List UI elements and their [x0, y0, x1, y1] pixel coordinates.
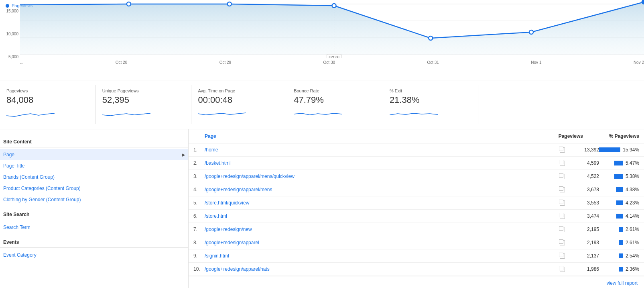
sidebar-item-search-term-label: Search Term [3, 225, 30, 230]
row-num: 3. [193, 174, 205, 179]
x-label-2: Oct 29 [219, 60, 231, 65]
metric-bounce-rate-label: Bounce Rate [294, 88, 376, 93]
svg-point-6 [228, 2, 232, 6]
row-copy-icon[interactable] [557, 200, 567, 206]
row-pageviews: 4,522 [567, 174, 599, 179]
col-pageviews-header: Pageviews [535, 133, 583, 139]
sidebar-item-page-title[interactable]: Page Title [0, 160, 188, 172]
sparkline-pageviews [6, 108, 55, 120]
row-page[interactable]: /google+redesign/apparel/mens/quickview [205, 174, 557, 179]
row-copy-icon[interactable] [557, 187, 567, 192]
sidebar-item-product-categories-label: Product Categories (Content Group) [3, 186, 81, 191]
row-page[interactable]: /store.html [205, 213, 557, 219]
view-full-report[interactable]: view full report [189, 276, 644, 288]
right-table: Page Pageviews % Pageviews 1. /home 13,3… [189, 129, 644, 288]
row-pct: 15.94% [599, 147, 639, 153]
svg-point-5 [127, 2, 131, 6]
row-page[interactable]: /signin.html [205, 253, 557, 259]
row-page[interactable]: /basket.html [205, 160, 557, 166]
sidebar-item-page-arrow: ▶ [182, 152, 185, 157]
metric-avg-time: Avg. Time on Page 00:00:48 [191, 85, 287, 124]
svg-marker-4 [20, 2, 644, 55]
bar-indicator [619, 253, 623, 258]
row-copy-icon[interactable] [557, 147, 567, 153]
row-pageviews: 2,195 [567, 227, 599, 232]
x-label-0: ... [20, 60, 23, 65]
row-pageviews: 2,193 [567, 240, 599, 245]
row-pageviews: 3,553 [567, 200, 599, 206]
row-copy-icon[interactable] [557, 240, 567, 245]
x-label-3: Oct 30 [323, 60, 335, 65]
bar-indicator [619, 227, 623, 232]
row-page[interactable]: /home [205, 147, 557, 153]
row-num: 4. [193, 187, 205, 192]
sidebar-item-clothing[interactable]: Clothing by Gender (Content Group) [0, 194, 188, 205]
row-pct-value: 2.61% [626, 240, 639, 245]
metric-unique-pageviews: Unique Pageviews 52,395 [96, 85, 192, 124]
row-copy-icon[interactable] [557, 174, 567, 179]
row-copy-icon[interactable] [557, 267, 567, 272]
row-page[interactable]: /google+redesign/new [205, 227, 557, 232]
row-num: 7. [193, 227, 205, 232]
row-copy-icon[interactable] [557, 161, 567, 166]
bar-indicator [614, 161, 623, 165]
metric-pageviews: Pageviews 84,008 [0, 85, 96, 124]
bar-indicator [616, 187, 623, 192]
chart-container: Pageviews 15,000 10,000 5,000 [0, 0, 644, 80]
chart-svg: Oct 30 [20, 0, 644, 58]
row-pageviews: 3,678 [567, 187, 599, 192]
row-pageviews: 13,392 [567, 147, 599, 153]
table-row: 8. /google+redesign/apparel 2,193 2.61% [189, 236, 644, 249]
metric-unique-pageviews-value: 52,395 [102, 95, 185, 105]
sparkline-exit [390, 108, 438, 120]
sidebar-item-page[interactable]: Page ▶ [0, 149, 188, 160]
row-num: 6. [193, 213, 205, 219]
row-pct: 2.61% [599, 227, 639, 232]
row-pct-value: 15.94% [623, 147, 639, 153]
left-sidebar: Site Content Page ▶ Page Title Brands (C… [0, 129, 189, 288]
table-row: 2. /basket.html 4,599 5.47% [189, 157, 644, 170]
metric-unique-pageviews-label: Unique Pageviews [102, 88, 185, 93]
svg-point-9 [529, 30, 533, 34]
row-num: 10. [193, 266, 205, 272]
table-rows-container: 1. /home 13,392 15.94% 2. /basket.html 4… [189, 143, 644, 276]
bar-indicator [619, 267, 623, 272]
table-row: 9. /signin.html 2,137 2.54% [189, 249, 644, 263]
sidebar-item-search-term[interactable]: Search Term [0, 222, 188, 233]
table-row: 6. /store.html 3,474 4.14% [189, 210, 644, 223]
metric-exit: % Exit 21.38% [383, 85, 479, 124]
sidebar-item-brands[interactable]: Brands (Content Group) [0, 172, 188, 183]
sparkline-unique [102, 108, 150, 120]
sidebar-item-page-title-label: Page Title [3, 163, 24, 169]
content-area: Site Content Page ▶ Page Title Brands (C… [0, 129, 644, 288]
row-pct-value: 2.54% [626, 253, 639, 259]
x-label-5: Nov 1 [531, 60, 541, 65]
row-pct: 2.36% [599, 266, 639, 272]
sidebar-item-product-categories[interactable]: Product Categories (Content Group) [0, 183, 188, 194]
table-row: 10. /google+redesign/apparel/hats 1,986 … [189, 263, 644, 276]
bar-indicator [616, 200, 623, 205]
row-page[interactable]: /google+redesign/apparel/hats [205, 266, 557, 272]
row-pct: 4.38% [599, 187, 639, 192]
row-page[interactable]: /google+redesign/apparel [205, 240, 557, 245]
row-pct-value: 2.61% [626, 227, 639, 232]
x-label-1: Oct 28 [116, 60, 127, 65]
bar-indicator [619, 240, 623, 245]
x-label-6: Nov 2 [634, 60, 644, 65]
sidebar-item-event-category[interactable]: Event Category [0, 249, 188, 261]
metric-exit-value: 21.38% [390, 95, 472, 105]
sidebar-item-brands-label: Brands (Content Group) [3, 174, 55, 180]
row-num: 9. [193, 253, 205, 259]
metric-pageviews-value: 84,008 [6, 95, 89, 105]
row-copy-icon[interactable] [557, 214, 567, 219]
row-copy-icon[interactable] [557, 253, 567, 259]
row-pct: 2.61% [599, 240, 639, 245]
row-pageviews: 2,137 [567, 253, 599, 259]
sparkline-time [198, 108, 246, 120]
row-num: 5. [193, 200, 205, 206]
row-page[interactable]: /google+redesign/apparel/mens [205, 187, 557, 192]
row-copy-icon[interactable] [557, 227, 567, 232]
table-row: 3. /google+redesign/apparel/mens/quickvi… [189, 170, 644, 183]
site-content-title: Site Content [0, 136, 188, 147]
row-page[interactable]: /store.html/quickview [205, 200, 557, 206]
